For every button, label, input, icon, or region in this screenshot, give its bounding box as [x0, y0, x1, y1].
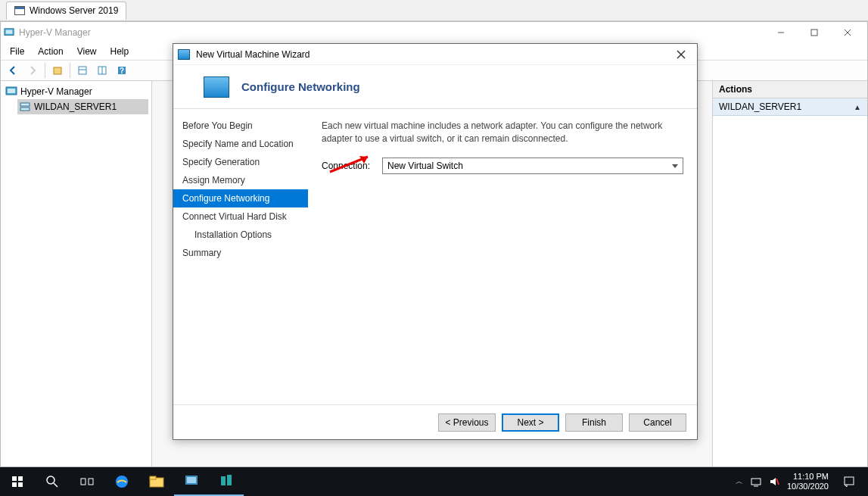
finish-button[interactable]: Finish	[565, 413, 623, 432]
svg-rect-40	[845, 477, 854, 485]
svg-rect-6	[54, 67, 61, 74]
tree-server-label: WILDAN_SERVER1	[34, 101, 117, 112]
svg-marker-38	[770, 478, 776, 485]
svg-rect-23	[12, 482, 17, 487]
toolbar-button-1[interactable]	[73, 62, 92, 79]
taskbar-servermanager[interactable]	[209, 467, 244, 496]
svg-rect-16	[20, 108, 30, 111]
svg-rect-28	[89, 479, 93, 485]
windows-icon	[14, 6, 25, 15]
volume-icon[interactable]	[769, 476, 779, 487]
svg-rect-7	[79, 67, 86, 74]
wizard-step[interactable]: Specify Generation	[173, 153, 308, 171]
wizard-icon	[178, 49, 190, 60]
tree-root[interactable]: Hyper-V Manager	[4, 84, 148, 99]
nav-forward-button[interactable]	[23, 62, 42, 79]
menu-file[interactable]: File	[4, 45, 30, 58]
wizard-titlebar: New Virtual Machine Wizard	[173, 44, 697, 65]
taskbar-clock[interactable]: 11:10 PM 10/30/2020	[787, 472, 829, 491]
wizard-step[interactable]: Before You Begin	[173, 117, 308, 135]
next-button[interactable]: Next >	[502, 413, 559, 432]
taskbar-ie[interactable]	[104, 467, 139, 496]
svg-point-25	[47, 476, 54, 484]
collapse-icon: ▲	[854, 103, 861, 111]
svg-rect-35	[227, 475, 232, 485]
wizard-large-icon	[204, 76, 229, 98]
notifications-button[interactable]	[836, 467, 862, 496]
wizard-heading: Configure Networking	[241, 80, 360, 93]
hyperv-icon	[5, 86, 17, 98]
wizard-footer: < Previous Next > Finish Cancel	[173, 404, 697, 439]
wizard-header: Configure Networking	[173, 65, 697, 109]
minimize-button[interactable]	[764, 23, 798, 42]
taskview-button[interactable]	[70, 467, 104, 496]
network-icon[interactable]	[751, 476, 761, 487]
wizard-step[interactable]: Installation Options	[173, 226, 308, 244]
tree-root-label: Hyper-V Manager	[20, 86, 92, 97]
svg-line-26	[54, 483, 58, 487]
svg-line-39	[776, 479, 779, 485]
wizard-description: Each new virtual machine includes a netw…	[322, 120, 683, 145]
wizard-steps: Before You BeginSpecify Name and Locatio…	[173, 109, 308, 404]
svg-rect-36	[751, 479, 761, 485]
actions-header: Actions	[713, 81, 867, 98]
start-button[interactable]	[0, 467, 35, 496]
system-tray: ︿ 11:10 PM 10/30/2020	[730, 467, 868, 496]
wizard-step[interactable]: Specify Name and Location	[173, 135, 308, 153]
wizard-dialog: New Virtual Machine Wizard Configure Net…	[173, 43, 698, 440]
properties-button[interactable]	[48, 62, 67, 79]
connection-value: New Virtual Switch	[387, 161, 463, 171]
cancel-button[interactable]: Cancel	[629, 413, 686, 432]
svg-rect-1	[6, 30, 13, 34]
close-button[interactable]	[831, 23, 864, 42]
hyperv-icon	[4, 27, 14, 38]
tab-title: Windows Server 2019	[30, 5, 118, 16]
taskbar: ︿ 11:10 PM 10/30/2020	[0, 467, 868, 496]
svg-rect-33	[187, 477, 196, 483]
wizard-step[interactable]: Summary	[173, 244, 308, 262]
toolbar-separator	[45, 63, 45, 78]
taskbar-date: 10/30/2020	[787, 482, 829, 491]
actions-pane: Actions WILDAN_SERVER1 ▲	[712, 81, 867, 466]
toolbar-separator	[70, 63, 70, 78]
svg-rect-21	[12, 476, 17, 481]
previous-button[interactable]: < Previous	[438, 413, 496, 432]
menu-action[interactable]: Action	[32, 45, 69, 58]
wizard-title: New Virtual Machine Wizard	[196, 49, 670, 60]
svg-rect-34	[221, 476, 226, 485]
menu-help[interactable]: Help	[104, 45, 135, 58]
search-button[interactable]	[35, 467, 70, 496]
svg-rect-14	[8, 89, 15, 93]
svg-rect-24	[18, 482, 23, 487]
wizard-step[interactable]: Connect Virtual Hard Disk	[173, 207, 308, 226]
taskbar-time: 11:10 PM	[787, 472, 829, 482]
wizard-step[interactable]: Assign Memory	[173, 171, 308, 189]
actions-server-header[interactable]: WILDAN_SERVER1 ▲	[713, 98, 867, 116]
wizard-content: Each new virtual machine includes a netw…	[308, 109, 697, 404]
menu-view[interactable]: View	[71, 45, 103, 58]
maximize-button[interactable]	[798, 23, 831, 42]
taskbar-explorer[interactable]	[139, 467, 174, 496]
annotation-arrow-icon	[326, 153, 379, 176]
tree-panel: Hyper-V Manager WILDAN_SERVER1	[1, 81, 152, 466]
taskbar-app-1[interactable]	[174, 467, 209, 496]
browser-tab[interactable]: Windows Server 2019	[6, 2, 126, 20]
svg-text:?: ?	[120, 67, 124, 75]
window-title: Hyper-V Manager	[19, 27, 764, 38]
tree-server[interactable]: WILDAN_SERVER1	[17, 99, 148, 114]
wizard-close-button[interactable]	[670, 45, 692, 64]
tray-chevron-icon[interactable]: ︿	[736, 476, 743, 487]
wizard-step[interactable]: Configure Networking	[173, 189, 308, 207]
svg-rect-31	[150, 476, 156, 479]
connection-dropdown[interactable]: New Virtual Switch	[382, 158, 683, 174]
actions-server-label: WILDAN_SERVER1	[719, 101, 801, 112]
nav-back-button[interactable]	[4, 62, 22, 79]
help-button[interactable]: ?	[113, 62, 131, 79]
server-icon	[19, 101, 31, 113]
svg-rect-3	[811, 30, 817, 36]
browser-tabbar: Windows Server 2019	[0, 0, 868, 21]
svg-rect-27	[81, 479, 86, 485]
hyperv-titlebar: Hyper-V Manager	[1, 22, 867, 43]
svg-rect-22	[18, 476, 23, 481]
toolbar-button-2[interactable]	[93, 62, 111, 79]
